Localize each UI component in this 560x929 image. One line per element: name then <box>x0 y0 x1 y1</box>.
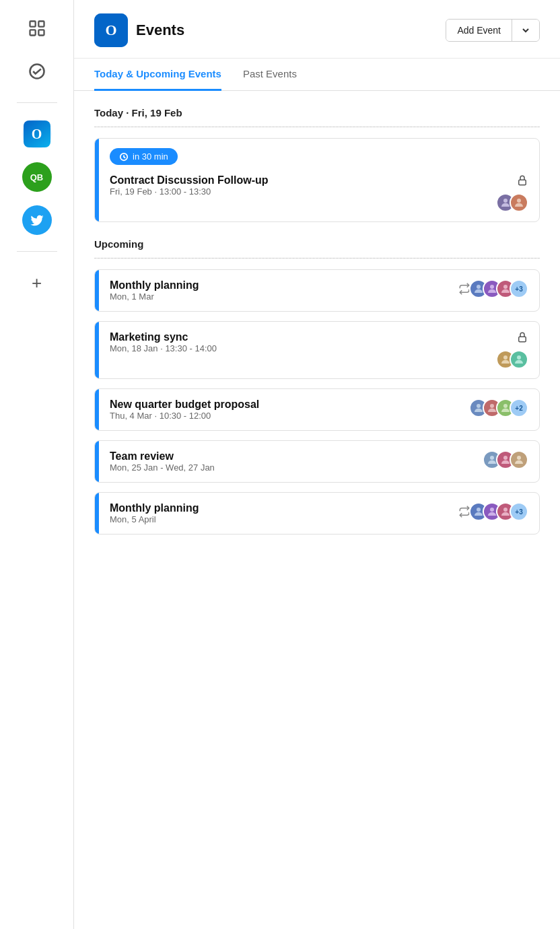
add-app-button[interactable]: + <box>22 268 52 298</box>
check-app-icon[interactable] <box>22 57 52 86</box>
event-card-top: New quarter budget proposal Thu, 4 Mar ·… <box>110 399 528 421</box>
event-title: New quarter budget proposal <box>110 399 259 411</box>
time-badge: in 30 min <box>110 148 178 165</box>
event-info: Team review Mon, 25 Jan - Wed, 27 Jan <box>110 450 215 473</box>
event-avatars <box>496 193 528 212</box>
upcoming-divider <box>94 258 540 259</box>
quickbooks-app-icon[interactable]: QB <box>22 162 52 192</box>
add-event-button[interactable]: Add Event <box>446 19 540 42</box>
event-icons: +3 <box>458 279 528 298</box>
today-section: Today · Fri, 19 Feb in 30 min <box>94 107 540 222</box>
upcoming-section-heading: Upcoming <box>94 238 540 250</box>
event-team-review[interactable]: Team review Mon, 25 Jan - Wed, 27 Jan <box>94 440 540 483</box>
event-icons: +2 <box>469 399 528 417</box>
sidebar: O QB + <box>0 0 74 929</box>
avatar-count: +2 <box>510 399 528 417</box>
content-area: Today · Fri, 19 Feb in 30 min <box>74 91 560 929</box>
event-card-top: Contract Discussion Follow-up Fri, 19 Fe… <box>110 174 528 212</box>
avatar <box>510 193 528 212</box>
svg-point-7 <box>503 199 508 203</box>
svg-point-16 <box>490 404 494 408</box>
lock-icon <box>516 331 528 346</box>
add-event-label[interactable]: Add Event <box>446 20 512 41</box>
svg-point-10 <box>490 285 494 289</box>
add-event-dropdown-arrow[interactable] <box>512 20 539 41</box>
event-info: Monthly planning Mon, 5 April <box>110 502 199 524</box>
tab-today-upcoming[interactable]: Today & Upcoming Events <box>94 59 221 91</box>
svg-rect-2 <box>30 30 35 35</box>
svg-rect-3 <box>38 30 44 35</box>
event-card-top: Monthly planning Mon, 1 Mar <box>110 279 528 302</box>
event-avatars: +3 <box>458 502 528 521</box>
svg-rect-1 <box>38 22 44 27</box>
svg-point-22 <box>490 508 494 512</box>
event-title: Marketing sync <box>110 331 217 343</box>
avatar-count: +3 <box>510 279 528 298</box>
svg-point-15 <box>477 404 481 408</box>
header-left: O Events <box>94 13 184 47</box>
avatar <box>510 450 528 469</box>
upcoming-section: Upcoming Monthly planning Mon, 1 Mar <box>94 238 540 535</box>
event-avatars <box>483 450 528 469</box>
event-time: Mon, 18 Jan · 13:30 - 14:00 <box>110 343 217 353</box>
svg-point-17 <box>503 404 508 408</box>
event-time: Mon, 1 Mar <box>110 291 199 302</box>
lock-icon <box>516 174 528 189</box>
event-monthly-planning-1[interactable]: Monthly planning Mon, 1 Mar <box>94 269 540 312</box>
svg-point-19 <box>503 456 508 460</box>
page-title: Events <box>136 22 184 39</box>
header: O Events Add Event <box>74 0 560 59</box>
outlook-app-icon[interactable]: O <box>22 119 52 149</box>
event-budget-proposal[interactable]: New quarter budget proposal Thu, 4 Mar ·… <box>94 388 540 431</box>
event-card-top: Monthly planning Mon, 5 April <box>110 502 528 524</box>
svg-rect-0 <box>30 22 35 27</box>
event-icons <box>496 331 528 369</box>
avatar-count: +3 <box>510 502 528 521</box>
event-contract-discussion[interactable]: in 30 min Contract Discussion Follow-up … <box>94 138 540 222</box>
sidebar-divider-top <box>17 102 57 103</box>
event-body: Marketing sync Mon, 18 Jan · 13:30 - 14:… <box>99 322 539 378</box>
twitter-app-icon[interactable] <box>22 205 52 235</box>
event-avatars: +3 <box>458 279 528 298</box>
event-time: Fri, 19 Feb · 13:00 - 13:30 <box>110 186 269 197</box>
event-icons: +3 <box>458 502 528 521</box>
event-info: New quarter budget proposal Thu, 4 Mar ·… <box>110 399 259 421</box>
event-title: Team review <box>110 450 215 462</box>
tabs-bar: Today & Upcoming Events Past Events <box>74 59 560 91</box>
svg-point-14 <box>517 355 521 359</box>
svg-point-21 <box>477 508 481 512</box>
app-logo: O <box>94 13 128 47</box>
event-info: Marketing sync Mon, 18 Jan · 13:30 - 14:… <box>110 331 217 353</box>
event-avatars: +2 <box>469 399 528 417</box>
main-content: O Events Add Event Today & Upcoming Even… <box>74 0 560 929</box>
svg-point-20 <box>517 456 521 460</box>
svg-rect-6 <box>519 180 526 185</box>
event-card-top: Marketing sync Mon, 18 Jan · 13:30 - 14:… <box>110 331 528 369</box>
event-title: Contract Discussion Follow-up <box>110 174 269 186</box>
event-title: Monthly planning <box>110 502 199 514</box>
svg-point-23 <box>503 508 508 512</box>
event-time: Mon, 5 April <box>110 514 199 524</box>
event-title: Monthly planning <box>110 279 199 291</box>
event-time: Thu, 4 Mar · 10:30 - 12:00 <box>110 411 259 421</box>
event-marketing-sync[interactable]: Marketing sync Mon, 18 Jan · 13:30 - 14:… <box>94 321 540 379</box>
grid-app-icon[interactable] <box>22 13 52 43</box>
event-avatars <box>496 350 528 369</box>
event-monthly-planning-2[interactable]: Monthly planning Mon, 5 April <box>94 492 540 535</box>
event-body: Monthly planning Mon, 5 April <box>99 493 539 534</box>
sidebar-divider-bottom <box>17 251 57 252</box>
event-icons <box>483 450 528 469</box>
svg-point-8 <box>517 199 521 203</box>
today-section-heading: Today · Fri, 19 Feb <box>94 107 540 118</box>
event-card-top: Team review Mon, 25 Jan - Wed, 27 Jan <box>110 450 528 473</box>
event-body: Monthly planning Mon, 1 Mar <box>99 270 539 311</box>
svg-point-9 <box>477 285 481 289</box>
event-badge-container: in 30 min <box>110 148 528 172</box>
event-body: New quarter budget proposal Thu, 4 Mar ·… <box>99 389 539 430</box>
today-divider <box>94 127 540 127</box>
svg-point-11 <box>503 285 508 289</box>
event-icons <box>496 174 528 212</box>
event-time: Mon, 25 Jan - Wed, 27 Jan <box>110 462 215 473</box>
event-info: Monthly planning Mon, 1 Mar <box>110 279 199 302</box>
tab-past-events[interactable]: Past Events <box>243 59 297 91</box>
